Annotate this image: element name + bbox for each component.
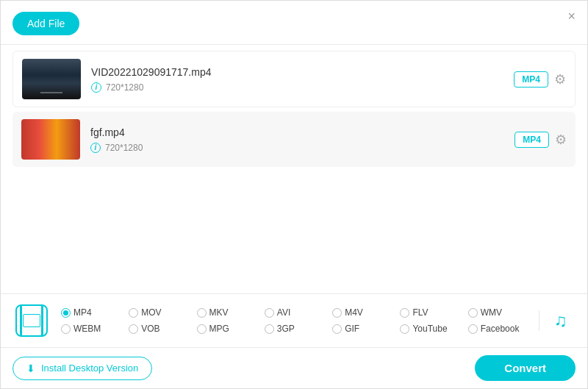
radio-mp4 bbox=[61, 308, 71, 318]
format-badge-2[interactable]: MP4 bbox=[514, 132, 549, 148]
file-thumbnail-1 bbox=[22, 59, 81, 99]
radio-webm bbox=[61, 324, 71, 334]
file-thumbnail-2 bbox=[21, 119, 80, 160]
file-resolution-1: 720*1280 bbox=[106, 82, 143, 93]
convert-button[interactable]: Convert bbox=[475, 355, 576, 381]
format-label-avi: AVI bbox=[277, 307, 290, 318]
radio-facebook bbox=[468, 324, 478, 334]
file-info-1: VID20221029091717.mp4 i 720*1280 bbox=[91, 66, 514, 93]
close-button[interactable]: × bbox=[567, 10, 576, 23]
format-label-webm: WEBM bbox=[74, 324, 101, 334]
format-badge-1[interactable]: MP4 bbox=[514, 71, 548, 88]
file-actions-1: MP4 ⚙ bbox=[514, 71, 566, 88]
app-window: Add File × VID20221029091717.mp4 i 720*1… bbox=[0, 0, 588, 389]
format-label-vob: VOB bbox=[141, 324, 159, 334]
info-icon-2[interactable]: i bbox=[90, 143, 101, 153]
format-label-facebook: Facebook bbox=[481, 324, 520, 334]
format-label-mpg: MPG bbox=[209, 324, 229, 334]
download-icon: ⬇ bbox=[26, 363, 35, 374]
format-option-mpg[interactable]: MPG bbox=[194, 322, 262, 335]
format-option-vob[interactable]: VOB bbox=[126, 322, 193, 335]
add-file-button[interactable]: Add File bbox=[12, 12, 79, 35]
film-icon-inner bbox=[23, 314, 40, 327]
format-label-mp4: MP4 bbox=[74, 307, 92, 318]
info-icon-1[interactable]: i bbox=[91, 82, 101, 93]
install-button[interactable]: ⬇ Install Desktop Version bbox=[12, 357, 152, 380]
format-label-youtube: YouTube bbox=[412, 324, 447, 334]
radio-mpg bbox=[197, 324, 207, 334]
file-info-2: fgf.mp4 i 720*1280 bbox=[90, 126, 514, 153]
file-resolution-2: 720*1280 bbox=[105, 143, 143, 153]
radio-vob bbox=[129, 324, 138, 334]
file-meta-2: i 720*1280 bbox=[90, 143, 514, 153]
header: Add File × bbox=[1, 1, 587, 45]
film-icon-wrap bbox=[12, 301, 51, 340]
format-option-mp4[interactable]: MP4 bbox=[58, 306, 126, 319]
format-option-3gp[interactable]: 3GP bbox=[262, 322, 329, 335]
format-option-facebook[interactable]: Facebook bbox=[465, 322, 533, 335]
install-button-label: Install Desktop Version bbox=[41, 363, 138, 374]
footer: ⬇ Install Desktop Version Convert bbox=[1, 347, 587, 388]
format-label-gif: GIF bbox=[345, 324, 359, 334]
format-options: MP4MOVMKVAVIM4VFLVWMVWEBMVOBMPG3GPGIFYou… bbox=[58, 306, 533, 335]
file-meta-1: i 720*1280 bbox=[91, 82, 514, 93]
film-icon bbox=[15, 304, 48, 337]
radio-gif bbox=[332, 324, 342, 334]
radio-wmv bbox=[468, 308, 478, 318]
format-bar: MP4MOVMKVAVIM4VFLVWMVWEBMVOBMPG3GPGIFYou… bbox=[1, 293, 587, 347]
format-label-3gp: 3GP bbox=[277, 324, 295, 334]
radio-avi bbox=[265, 308, 274, 318]
format-option-mov[interactable]: MOV bbox=[126, 306, 193, 319]
format-option-avi[interactable]: AVI bbox=[262, 306, 329, 319]
settings-button-1[interactable]: ⚙ bbox=[554, 71, 566, 88]
format-option-wmv[interactable]: WMV bbox=[465, 306, 533, 319]
radio-3gp bbox=[265, 324, 274, 334]
file-list: VID20221029091717.mp4 i 720*1280 MP4 ⚙ f… bbox=[1, 45, 587, 293]
format-option-webm[interactable]: WEBM bbox=[58, 322, 126, 335]
format-label-wmv: WMV bbox=[481, 307, 502, 318]
format-option-mkv[interactable]: MKV bbox=[194, 306, 262, 319]
format-label-mov: MOV bbox=[141, 307, 161, 318]
format-option-m4v[interactable]: M4V bbox=[329, 306, 397, 319]
radio-mkv bbox=[197, 308, 207, 318]
gear-icon-2: ⚙ bbox=[555, 132, 567, 148]
file-name-1: VID20221029091717.mp4 bbox=[91, 66, 514, 78]
format-label-mkv: MKV bbox=[209, 307, 229, 318]
radio-flv bbox=[400, 308, 409, 318]
settings-button-2[interactable]: ⚙ bbox=[555, 132, 567, 148]
music-icon: ♫ bbox=[554, 310, 567, 331]
file-name-2: fgf.mp4 bbox=[90, 126, 514, 138]
format-label-flv: FLV bbox=[412, 307, 428, 318]
radio-mov bbox=[129, 308, 138, 318]
format-option-youtube[interactable]: YouTube bbox=[397, 322, 465, 335]
format-option-gif[interactable]: GIF bbox=[329, 322, 397, 335]
radio-youtube bbox=[400, 324, 409, 334]
file-actions-2: MP4 ⚙ bbox=[514, 132, 567, 148]
format-label-m4v: M4V bbox=[345, 307, 363, 318]
gear-icon-1: ⚙ bbox=[554, 71, 566, 88]
radio-m4v bbox=[332, 308, 342, 318]
format-option-flv[interactable]: FLV bbox=[397, 306, 465, 319]
music-icon-wrap[interactable]: ♫ bbox=[539, 310, 576, 331]
file-item-1: VID20221029091717.mp4 i 720*1280 MP4 ⚙ bbox=[12, 51, 576, 107]
file-item-2: fgf.mp4 i 720*1280 MP4 ⚙ bbox=[12, 112, 576, 167]
